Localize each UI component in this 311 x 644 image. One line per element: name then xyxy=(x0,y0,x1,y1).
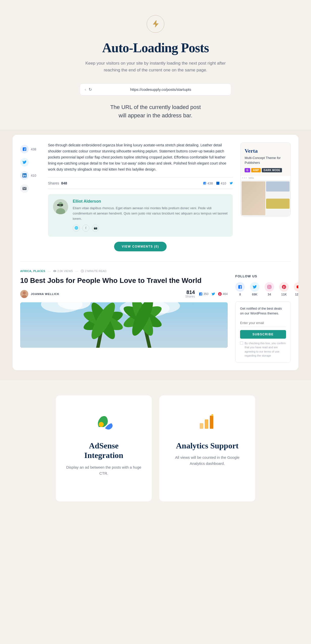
second-article-flex: AFRICA, PLACES — 2.0K VIEWS — 2 MINUTE R… xyxy=(20,269,291,363)
svg-rect-4 xyxy=(60,204,63,206)
twitter-follow-count: 69K xyxy=(252,293,257,296)
badge-dark: DARK MODE xyxy=(262,168,282,172)
author2-name: JOANNA WELLICK xyxy=(31,292,59,296)
article-read-time: 2 MINUTE READ xyxy=(81,270,106,273)
pinterest-follow-count: 11K xyxy=(281,293,287,296)
share-total-block: 814 Shares xyxy=(185,290,195,298)
shares-total: 814 xyxy=(185,290,195,295)
sidebar-right: FOLLOW US 8 xyxy=(235,269,291,363)
newsletter-terms: By checking this box, you confirm that y… xyxy=(240,341,286,358)
theme-tagline: Multi-Concept Theme for Publishers xyxy=(245,156,287,165)
author-box: Elliot Alderson Etiam vitae dapibus rhon… xyxy=(48,194,233,236)
url-bar: ‹ ↻ https://codesupply.co/posts/startupt… xyxy=(80,84,231,95)
social-item-email xyxy=(20,184,29,193)
author-globe-icon[interactable]: 🌐 xyxy=(73,225,80,232)
author-facebook-icon[interactable]: f xyxy=(82,225,89,232)
newsletter-box: Get notified of the best deals on our Wo… xyxy=(235,301,291,363)
author-name: Elliot Alderson xyxy=(73,199,228,204)
theme-badges: G AMP DARK MODE xyxy=(245,168,287,172)
li-share-count: 410 xyxy=(221,181,226,185)
hero-subtitle: Keep your visitors on your site by insta… xyxy=(85,60,226,73)
terms-checkbox[interactable] xyxy=(240,341,243,344)
subscribe-button[interactable]: SUBSCRIBE xyxy=(240,330,286,339)
view-comments-button[interactable]: VIEW COMMENTS (0) xyxy=(114,242,167,251)
adsense-title: AdSenseIntegration xyxy=(84,441,123,460)
second-article: AFRICA, PLACES — 2.0K VIEWS — 2 MINUTE R… xyxy=(20,261,291,363)
email-icon[interactable] xyxy=(20,184,29,193)
social-sidebar: 438 410 xyxy=(20,142,40,251)
author-info: Elliot Alderson Etiam vitae dapibus rhon… xyxy=(73,199,228,231)
article-text: See-through delicate embroidered organza… xyxy=(48,142,233,172)
author-instagram-icon[interactable]: 📷 xyxy=(92,225,99,232)
theme-preview-sidebar: Verta Multi-Concept Theme for Publishers… xyxy=(240,142,291,251)
follow-facebook[interactable]: 8 xyxy=(235,282,245,296)
follow-youtube[interactable]: 128K xyxy=(294,282,298,296)
theme-card: Verta Multi-Concept Theme for Publishers… xyxy=(240,142,291,216)
article-content: See-through delicate embroidered organza… xyxy=(48,142,233,251)
byline-author: JOANNA WELLICK xyxy=(20,290,59,298)
fb-share2: 350 xyxy=(199,292,209,296)
facebook-icon[interactable] xyxy=(20,145,29,153)
author-bio: Etiam vitae dapibus rhoncus. Eget etiam … xyxy=(73,206,228,221)
newsletter-email-input[interactable] xyxy=(240,319,286,327)
adsense-desc: Display an ad between the posts with a h… xyxy=(66,464,142,476)
refresh-button[interactable]: ↻ xyxy=(89,87,92,92)
fb-share-count: 438 xyxy=(208,181,213,185)
facebook-follow-count: 8 xyxy=(239,293,241,296)
linkedin-icon[interactable] xyxy=(20,171,29,180)
shares-count: 848 xyxy=(61,181,67,185)
back-button[interactable]: ‹ xyxy=(85,87,86,92)
url-description: The URL of the currently loaded postwill… xyxy=(92,103,219,120)
analytics-desc: All views will be counted in the Google … xyxy=(169,454,245,467)
byline-share-icons: 350 464 xyxy=(199,292,228,296)
inner-card: 438 410 xyxy=(13,135,298,370)
fb-share: 438 xyxy=(203,181,213,185)
tw-share xyxy=(230,182,233,185)
analytics-title: Analytics Support xyxy=(176,441,239,450)
meta-sep1: — xyxy=(48,269,51,273)
follow-section: FOLLOW US 8 xyxy=(235,269,291,301)
svg-point-26 xyxy=(269,286,270,288)
bottom-features: AdSenseIntegration Display an ad between… xyxy=(0,380,311,517)
shares-left: Shares 848 xyxy=(48,181,67,185)
analytics-card: Analytics Support All views will be coun… xyxy=(159,395,255,501)
youtube-follow-count: 128K xyxy=(295,293,298,296)
follow-title: FOLLOW US xyxy=(235,274,291,278)
instagram-follow-count: 34 xyxy=(268,293,271,296)
svg-rect-31 xyxy=(210,416,213,429)
svg-rect-30 xyxy=(205,419,208,429)
tw-share2 xyxy=(212,292,215,296)
article-views: 2.0K VIEWS xyxy=(53,270,73,273)
facebook-count: 438 xyxy=(31,147,36,151)
twitter-icon[interactable] xyxy=(20,158,29,167)
hero-title: Auto-Loading Posts xyxy=(5,40,306,55)
article-meta: AFRICA, PLACES — 2.0K VIEWS — 2 MINUTE R… xyxy=(20,269,228,273)
follow-pinterest-icon xyxy=(279,282,289,292)
follow-facebook-icon xyxy=(235,282,245,292)
svg-point-32 xyxy=(211,414,213,416)
article-categories: AFRICA, PLACES xyxy=(20,270,45,273)
svg-point-28 xyxy=(99,422,104,427)
follow-twitter[interactable]: 69K xyxy=(250,282,260,296)
author2-avatar xyxy=(20,290,28,298)
follow-instagram[interactable]: 34 xyxy=(265,282,274,296)
linkedin-count: 410 xyxy=(31,174,36,177)
social-item-linkedin: 410 xyxy=(20,171,36,180)
shares-label: Shares xyxy=(48,181,59,185)
svg-rect-25 xyxy=(268,285,271,289)
url-text: https://codesupply.co/posts/startupts xyxy=(95,87,226,92)
main-content-block: 438 410 xyxy=(0,130,311,380)
article2-main: AFRICA, PLACES — 2.0K VIEWS — 2 MINUTE R… xyxy=(20,269,228,363)
article2-title: 10 Best Jobs for People Who Love to Trav… xyxy=(20,276,228,285)
badge-g: G xyxy=(245,168,250,172)
follow-pinterest[interactable]: 11K xyxy=(279,282,289,296)
fb-count2: 350 xyxy=(203,292,209,296)
hero-icon xyxy=(147,15,164,33)
follow-youtube-icon xyxy=(294,282,298,292)
social-item-facebook: 438 xyxy=(20,145,36,153)
shares-bar: Shares 848 438 410 xyxy=(48,177,233,189)
svg-point-8 xyxy=(23,291,26,294)
author-avatar xyxy=(53,199,68,214)
adsense-card: AdSenseIntegration Display an ad between… xyxy=(56,395,152,501)
url-nav: ‹ ↻ xyxy=(85,87,92,92)
